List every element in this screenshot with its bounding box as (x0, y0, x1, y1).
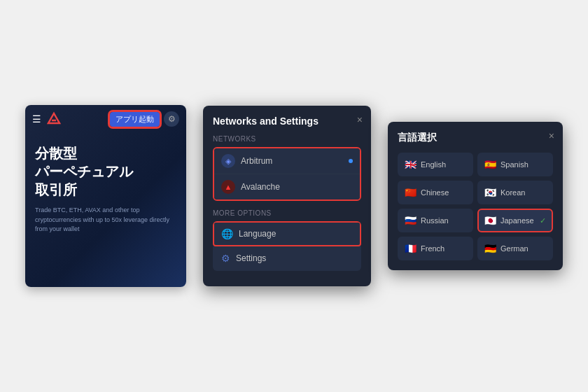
app-title: 分散型パーペチュアル取引所 (35, 144, 176, 199)
language-item-russian[interactable]: 🇷🇺 Russian (398, 209, 473, 232)
language-dialog: 言語選択 × 🇬🇧 English 🇪🇸 Spanish 🇨🇳 Chinese … (388, 122, 563, 270)
language-icon: 🌐 (221, 228, 233, 239)
language-label: Language (239, 229, 276, 239)
language-dialog-title: 言語選択 (398, 132, 553, 144)
language-item-german[interactable]: 🇩🇪 German (477, 237, 553, 260)
network-item-avalanche[interactable]: ▲ Avalanche (214, 174, 360, 200)
networks-section-label: Networks (213, 135, 361, 143)
network-list: ◈ Arbitrum ▲ Avalanche (213, 147, 361, 201)
french-flag-icon: 🇫🇷 (405, 243, 416, 254)
avalanche-icon: ▲ (221, 180, 235, 194)
german-flag-icon: 🇩🇪 (484, 243, 496, 254)
dialog-close-button[interactable]: × (357, 114, 363, 125)
spanish-label: Spanish (500, 160, 528, 169)
japanese-flag-icon: 🇯🇵 (484, 215, 496, 226)
settings-icon: ⚙ (221, 253, 230, 264)
app-subtitle: Trade BTC, ETH, AVAX and other top crypt… (35, 206, 176, 234)
topbar-right: アプリ起動 ⚙ (110, 111, 179, 127)
more-options-label: More Options (213, 209, 361, 217)
language-grid: 🇬🇧 English 🇪🇸 Spanish 🇨🇳 Chinese 🇰🇷 Kore… (398, 153, 553, 260)
settings-label: Settings (236, 253, 266, 263)
korean-label: Korean (500, 188, 525, 197)
russian-flag-icon: 🇷🇺 (405, 215, 416, 226)
app-topbar: ☰ アプリ起動 ⚙ (25, 105, 186, 133)
options-list: 🌐 Language ⚙ Settings (213, 221, 361, 271)
russian-label: Russian (421, 216, 449, 225)
language-item-japanese[interactable]: 🇯🇵 Japanese ✓ (477, 209, 553, 232)
hamburger-icon[interactable]: ☰ (32, 113, 41, 125)
arbitrum-icon: ◈ (221, 154, 235, 168)
dialog-title: Networks and Settings (213, 115, 361, 127)
arbitrum-label: Arbitrum (241, 156, 272, 166)
arbitrum-active-dot (349, 159, 353, 163)
app-panel: ☰ アプリ起動 ⚙ 分散型パーペチュアル取引所 Trade BTC, ETH, … (25, 105, 186, 287)
settings-option[interactable]: ⚙ Settings (213, 246, 361, 271)
more-options-section: More Options 🌐 Language ⚙ Settings (213, 209, 361, 271)
gear-button[interactable]: ⚙ (164, 111, 179, 127)
language-dialog-close-button[interactable]: × (549, 130, 554, 141)
svg-marker-0 (48, 113, 59, 123)
avalanche-label: Avalanche (241, 182, 280, 192)
english-label: English (421, 160, 446, 169)
language-item-french[interactable]: 🇫🇷 French (398, 237, 473, 260)
topbar-left: ☰ (32, 111, 62, 127)
french-label: French (421, 244, 444, 253)
chinese-flag-icon: 🇨🇳 (405, 187, 416, 198)
language-item-spanish[interactable]: 🇪🇸 Spanish (477, 153, 553, 176)
language-option[interactable]: 🌐 Language (213, 221, 361, 246)
english-flag-icon: 🇬🇧 (405, 159, 416, 170)
networks-dialog: Networks and Settings × Networks ◈ Arbit… (203, 106, 371, 286)
launch-button[interactable]: アプリ起動 (110, 112, 160, 127)
language-item-korean[interactable]: 🇰🇷 Korean (477, 181, 553, 204)
language-item-english[interactable]: 🇬🇧 English (398, 153, 473, 176)
japanese-check-icon: ✓ (540, 216, 546, 225)
spanish-flag-icon: 🇪🇸 (484, 159, 496, 170)
app-content: 分散型パーペチュアル取引所 Trade BTC, ETH, AVAX and o… (25, 133, 186, 241)
japanese-label: Japanese (500, 216, 534, 225)
avax-logo-icon (46, 111, 62, 127)
chinese-label: Chinese (421, 188, 449, 197)
network-item-arbitrum[interactable]: ◈ Arbitrum (214, 148, 360, 174)
language-item-chinese[interactable]: 🇨🇳 Chinese (398, 181, 473, 204)
german-label: German (500, 244, 528, 253)
korean-flag-icon: 🇰🇷 (484, 187, 496, 198)
